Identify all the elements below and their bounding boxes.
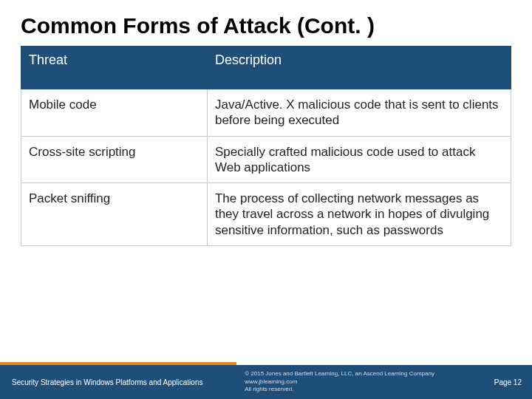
table-container: Threat Description Mobile code Java/Acti…	[0, 46, 532, 365]
cell-threat: Packet sniffing	[21, 183, 208, 246]
footer-copyright: © 2015 Jones and Bartlett Learning, LLC,…	[245, 370, 480, 393]
table-header-row: Threat Description	[21, 47, 511, 89]
cell-description: Specially crafted malicious code used to…	[207, 136, 511, 183]
table-row: Cross-site scripting Specially crafted m…	[21, 136, 511, 183]
table-row: Packet sniffing The process of collectin…	[21, 183, 511, 246]
table-row: Mobile code Java/Active. X malicious cod…	[21, 89, 511, 137]
page-number: Page 12	[480, 378, 532, 386]
cell-threat: Cross-site scripting	[21, 136, 208, 183]
footer-bar: Security Strategies in Windows Platforms…	[0, 365, 532, 399]
col-header-description: Description	[207, 47, 511, 89]
copyright-line: All rights reserved.	[245, 386, 480, 393]
slide: Common Forms of Attack (Cont. ) Threat D…	[0, 0, 532, 399]
cell-threat: Mobile code	[21, 89, 208, 137]
cell-description: The process of collecting network messag…	[207, 183, 511, 246]
cell-description: Java/Active. X malicious code that is se…	[207, 89, 511, 137]
attack-table: Threat Description Mobile code Java/Acti…	[21, 46, 511, 246]
col-header-threat: Threat	[21, 47, 208, 89]
accent-bar	[0, 362, 236, 365]
copyright-line: © 2015 Jones and Bartlett Learning, LLC,…	[245, 370, 480, 378]
copyright-line: www.jblearning.com	[245, 378, 480, 386]
footer-course-title: Security Strategies in Windows Platforms…	[0, 378, 245, 386]
page-title: Common Forms of Attack (Cont. )	[0, 0, 532, 46]
